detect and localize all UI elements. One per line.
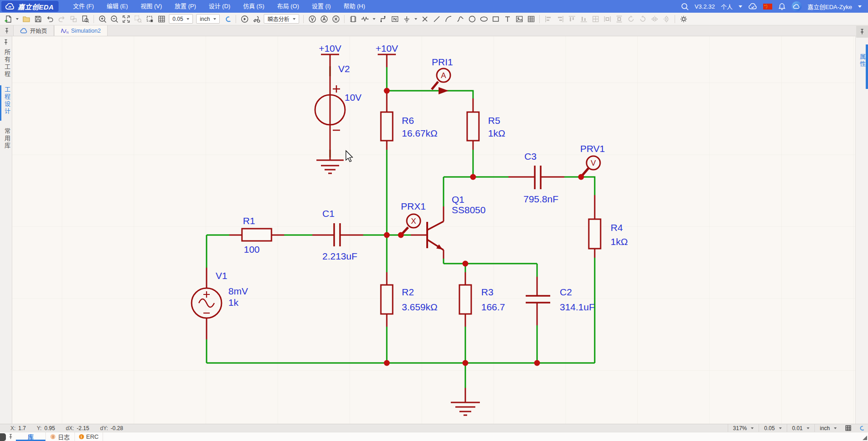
select-box-icon[interactable] (145, 15, 154, 23)
paste-icon[interactable] (69, 15, 78, 23)
menu-view[interactable]: 视图 (V) (134, 0, 168, 13)
bottom-tab-erc[interactable]: ! ERC (75, 432, 103, 441)
place-wire-icon[interactable] (379, 15, 387, 23)
zoom-level-select[interactable]: 317% (728, 424, 759, 432)
save-icon[interactable] (34, 15, 42, 23)
menu-file[interactable]: 文件 (F) (67, 0, 100, 13)
right-sidebar-pin[interactable] (856, 26, 868, 38)
new-file-caret-icon[interactable] (16, 18, 19, 20)
run-simulation-icon[interactable] (240, 15, 249, 23)
tabstrip-pin-icon[interactable] (0, 25, 13, 36)
label-V2-ref[interactable]: V2 (338, 64, 350, 74)
place-image-icon[interactable] (515, 15, 523, 23)
label-R1-value[interactable]: 100 (244, 244, 260, 255)
redo-icon[interactable] (57, 15, 66, 23)
place-no-connect-icon[interactable] (420, 15, 429, 23)
distribute-vertical-icon[interactable] (615, 15, 623, 23)
label-V1-frequency[interactable]: 1k (228, 297, 239, 308)
align-left-icon[interactable] (544, 15, 552, 23)
menu-edit[interactable]: 编辑 (E) (100, 0, 134, 13)
account-type-label[interactable]: 个人 (721, 2, 733, 11)
simulation-settings-icon[interactable] (252, 15, 261, 23)
flip-horizontal-icon[interactable] (650, 15, 659, 23)
place-resistor-icon[interactable] (360, 15, 369, 23)
bottom-tab-library[interactable]: 库 (16, 432, 46, 441)
draw-rect-icon[interactable] (491, 15, 500, 23)
left-sidebar-pin-icon[interactable] (3, 39, 9, 47)
label-R4-ref[interactable]: R4 (611, 222, 623, 233)
label-power-flag-2[interactable]: +10V (375, 43, 398, 54)
flip-vertical-icon[interactable] (662, 15, 671, 23)
label-R6-value[interactable]: 16.67kΩ (402, 128, 438, 138)
user-avatar[interactable] (792, 1, 802, 11)
find-similar-icon[interactable] (81, 15, 89, 23)
bottom-pin-icon[interactable] (6, 432, 16, 441)
menu-help[interactable]: 帮助 (H) (337, 0, 372, 13)
status-snap-icon[interactable] (855, 424, 868, 432)
status-grid-size-select[interactable]: 0.05 (759, 424, 786, 432)
analysis-type-select[interactable]: 瞬态分析 (264, 14, 299, 24)
place-ground-icon[interactable] (402, 15, 411, 23)
menu-design[interactable]: 设计 (D) (202, 0, 237, 13)
notification-bell-icon[interactable] (778, 3, 786, 10)
snap-icon[interactable] (223, 15, 232, 23)
label-R5-ref[interactable]: R5 (488, 115, 500, 126)
label-PRV1[interactable]: PRV1 (580, 143, 605, 154)
tab-home[interactable]: 开始页 (13, 25, 54, 36)
align-right-icon[interactable] (556, 15, 564, 23)
label-R2-value[interactable]: 3.659kΩ (402, 302, 438, 312)
zoom-fit-icon[interactable] (122, 15, 130, 23)
label-V1-ref[interactable]: V1 (216, 270, 227, 281)
menu-simulation[interactable]: 仿真 (S) (237, 0, 271, 13)
new-file-icon[interactable] (4, 15, 12, 23)
place-component-icon[interactable] (349, 15, 357, 23)
current-probe-icon[interactable] (320, 15, 328, 23)
label-R6-ref[interactable]: R6 (402, 115, 414, 126)
label-Q1-ref[interactable]: Q1 (452, 194, 464, 205)
align-bottom-icon[interactable] (579, 15, 588, 23)
china-flag-icon[interactable] (763, 4, 772, 10)
app-logo[interactable]: 嘉立创EDA (1, 1, 59, 12)
label-V1-value[interactable]: 8mV (228, 286, 248, 296)
draw-text-icon[interactable] (503, 15, 512, 23)
label-PRX1[interactable]: PRX1 (401, 201, 426, 211)
draw-line-icon[interactable] (432, 15, 441, 23)
align-top-icon[interactable] (567, 15, 576, 23)
open-folder-icon[interactable] (22, 15, 30, 23)
label-C3-ref[interactable]: C3 (524, 151, 537, 162)
zoom-in-icon[interactable] (98, 15, 107, 23)
align-grid-icon[interactable] (591, 15, 600, 23)
place-ground-caret-icon[interactable] (414, 18, 417, 20)
label-R4-value[interactable]: 1kΩ (611, 236, 628, 247)
place-table-icon[interactable] (527, 15, 535, 23)
status-grid-toggle-icon[interactable] (842, 424, 855, 432)
rotate-cw-icon[interactable] (638, 15, 647, 23)
account-caret-icon[interactable] (739, 5, 742, 8)
place-netlabel-icon[interactable] (390, 15, 399, 23)
schematic-canvas[interactable]: A V X +10V +10V V2 (12, 36, 868, 424)
label-V2-value[interactable]: 10V (345, 92, 361, 103)
label-R3-ref[interactable]: R3 (481, 287, 493, 297)
settings-gear-icon[interactable] (679, 15, 688, 23)
label-R1-ref[interactable]: R1 (243, 216, 255, 226)
status-unit-select[interactable]: inch (814, 424, 842, 432)
search-icon[interactable] (681, 3, 689, 10)
label-C2-ref[interactable]: C2 (560, 287, 572, 297)
draw-ellipse-icon[interactable] (479, 15, 488, 23)
status-alt-grid-select[interactable]: 0.01 (787, 424, 814, 432)
draw-bezier-icon[interactable] (456, 15, 464, 23)
panel-collapse-handle[interactable] (0, 433, 6, 441)
window-resize-grip[interactable] (863, 436, 867, 440)
x-probe-icon[interactable] (331, 15, 340, 23)
username-label[interactable]: 嘉立创EDA-Zyke (808, 2, 852, 11)
label-R3-value[interactable]: 166.7 (481, 302, 505, 312)
zoom-selection-icon[interactable] (133, 15, 142, 23)
bottom-tab-log[interactable]: ! 日志 (46, 432, 75, 441)
cloud-sync-icon[interactable] (748, 3, 757, 10)
draw-arc-icon[interactable] (444, 15, 453, 23)
label-C1-value[interactable]: 2.213uF (322, 251, 357, 261)
schematic-drawing[interactable]: A V X +10V +10V V2 (12, 36, 868, 424)
rotate-ccw-icon[interactable] (626, 15, 635, 23)
label-R2-ref[interactable]: R2 (402, 287, 414, 297)
unit-select[interactable]: inch (196, 14, 220, 24)
